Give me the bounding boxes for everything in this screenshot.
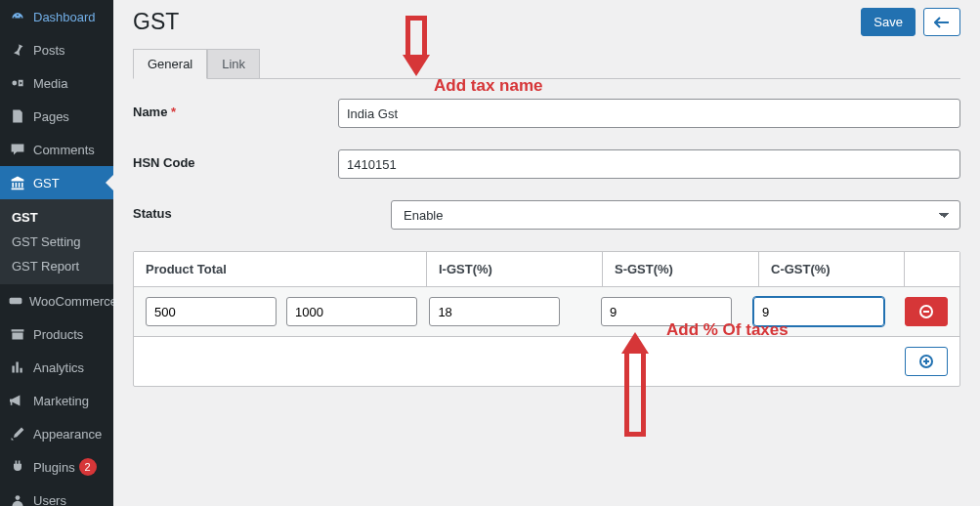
status-label: Status — [133, 200, 338, 221]
add-row-button[interactable] — [905, 347, 948, 376]
page-title: GST — [133, 0, 960, 39]
woo-icon — [8, 291, 23, 311]
chart-icon — [8, 358, 27, 377]
plug-icon — [8, 457, 27, 477]
col-igst: I-GST(%) — [427, 252, 603, 286]
col-actions — [905, 252, 959, 286]
user-icon — [8, 490, 27, 506]
svg-point-2 — [16, 495, 21, 500]
annotation-arrow-up — [621, 332, 649, 354]
sidebar-item-pages[interactable]: Pages — [0, 100, 113, 133]
tab-link[interactable]: Link — [207, 49, 260, 78]
sidebar-item-woocommerce[interactable]: WooCommerce — [0, 284, 113, 317]
update-badge: 2 — [79, 458, 97, 476]
save-button[interactable]: Save — [861, 8, 916, 36]
product-total-to-input[interactable] — [286, 297, 417, 326]
page-icon — [8, 106, 27, 126]
brush-icon — [8, 424, 27, 443]
media-icon — [8, 73, 27, 93]
gauge-icon — [8, 7, 27, 26]
tax-row — [134, 287, 959, 336]
sidebar-item-analytics[interactable]: Analytics — [0, 351, 113, 384]
arrow-left-icon — [934, 17, 950, 28]
active-indicator-icon — [106, 175, 113, 190]
col-product-total: Product Total — [134, 252, 427, 286]
sidebar-item-products[interactable]: Products — [0, 317, 113, 351]
hsn-label: HSN Code — [133, 149, 338, 170]
svg-rect-1 — [10, 298, 22, 304]
sidebar-item-comments[interactable]: Comments — [0, 133, 113, 166]
delete-row-button[interactable] — [905, 297, 948, 326]
sidebar-item-plugins[interactable]: Plugins2 — [0, 450, 113, 484]
sidebar-subitem-gst-report[interactable]: GST Report — [0, 254, 113, 278]
sidebar-item-posts[interactable]: Posts — [0, 33, 113, 66]
sidebar-submenu: GST GST Setting GST Report — [0, 199, 113, 284]
sidebar-subitem-gst-setting[interactable]: GST Setting — [0, 230, 113, 254]
tab-bar: General Link — [133, 49, 960, 79]
sidebar-subitem-gst[interactable]: GST — [0, 205, 113, 230]
status-select[interactable]: Enable — [391, 200, 960, 230]
svg-point-0 — [12, 81, 17, 86]
tax-grid: Product Total I-GST(%) S-GST(%) C-GST(%) — [133, 251, 960, 387]
comment-icon — [8, 140, 27, 159]
sidebar-item-dashboard[interactable]: Dashboard — [0, 0, 113, 33]
megaphone-icon — [8, 391, 27, 410]
plus-circle-icon — [918, 354, 934, 369]
sgst-input[interactable] — [601, 297, 732, 326]
bank-icon — [8, 173, 27, 192]
name-input[interactable] — [338, 99, 960, 128]
cgst-input[interactable] — [753, 297, 884, 326]
hsn-input[interactable] — [338, 149, 960, 179]
sidebar-item-gst[interactable]: GST — [0, 166, 113, 199]
annotation-arrow-down — [403, 55, 430, 76]
product-total-from-input[interactable] — [146, 297, 277, 326]
col-cgst: C-GST(%) — [759, 252, 905, 286]
igst-input[interactable] — [429, 297, 560, 326]
pin-icon — [8, 40, 27, 60]
admin-sidebar: Dashboard Posts Media Pages Comments GST… — [0, 0, 113, 506]
sidebar-item-users[interactable]: Users — [0, 484, 113, 506]
sidebar-item-media[interactable]: Media — [0, 66, 113, 100]
name-label: Name * — [133, 99, 338, 119]
tab-general[interactable]: General — [133, 49, 207, 79]
archive-icon — [8, 324, 27, 344]
sidebar-item-appearance[interactable]: Appearance — [0, 417, 113, 450]
minus-circle-icon — [918, 304, 934, 319]
col-sgst: S-GST(%) — [603, 252, 759, 286]
sidebar-item-marketing[interactable]: Marketing — [0, 384, 113, 417]
required-marker: * — [171, 105, 176, 119]
back-button[interactable] — [923, 8, 960, 36]
main-content: GST Save General Link Name * HSN Code St… — [113, 0, 980, 506]
